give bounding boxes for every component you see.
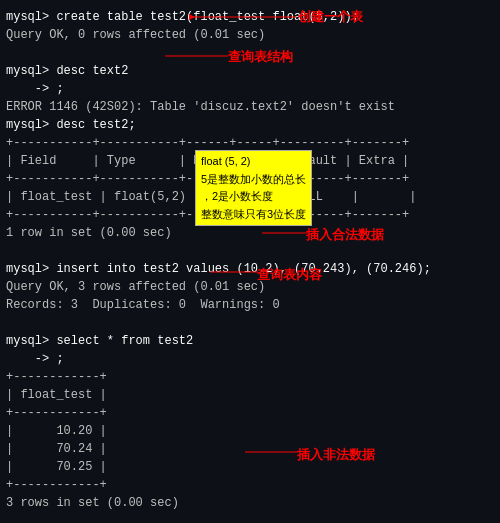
float-box-line2: 5是整数加小数的总长: [201, 171, 306, 189]
line-13: mysql> insert into test2 values (10.2), …: [6, 260, 494, 278]
line-blank2: [6, 242, 494, 260]
line-5: ERROR 1146 (42S02): Table 'discuz.text2'…: [6, 98, 494, 116]
line-blank4: [6, 512, 494, 523]
line-19: | float_test |: [6, 386, 494, 404]
annotation-desc: 查询表结构: [228, 48, 293, 66]
annotation-insert-invalid: 插入非法数据: [297, 446, 375, 464]
line-12: 1 row in set (0.00 sec): [6, 224, 494, 242]
line-1: mysql> create table test2(float_test flo…: [6, 8, 494, 26]
line-14: Query OK, 3 rows affected (0.01 sec): [6, 278, 494, 296]
line-23: | 70.25 |: [6, 458, 494, 476]
line-25: 3 rows in set (0.00 sec): [6, 494, 494, 512]
line-18: +------------+: [6, 368, 494, 386]
annotation-create-table: 创建一个表: [298, 8, 363, 26]
line-blank3: [6, 314, 494, 332]
float-box-line3: ，2是小数长度: [201, 188, 306, 206]
float-box-line1: float (5, 2): [201, 153, 306, 171]
annotation-select: 查询表内容: [257, 266, 322, 284]
line-17: -> ;: [6, 350, 494, 368]
line-22: | 70.24 |: [6, 440, 494, 458]
line-6: mysql> desc test2;: [6, 116, 494, 134]
terminal: mysql> create table test2(float_test flo…: [0, 0, 500, 523]
terminal-content: mysql> create table test2(float_test flo…: [6, 8, 494, 523]
line-15: Records: 3 Duplicates: 0 Warnings: 0: [6, 296, 494, 314]
line-16: mysql> select * from test2: [6, 332, 494, 350]
line-20: +------------+: [6, 404, 494, 422]
line-4: -> ;: [6, 80, 494, 98]
float-annotation-box: float (5, 2) 5是整数加小数的总长 ，2是小数长度 整数意味只有3位…: [195, 150, 312, 226]
float-box-line4: 整数意味只有3位长度: [201, 206, 306, 224]
annotation-insert-valid: 插入合法数据: [306, 226, 384, 244]
line-2: Query OK, 0 rows affected (0.01 sec): [6, 26, 494, 44]
line-24: +------------+: [6, 476, 494, 494]
line-21: | 10.20 |: [6, 422, 494, 440]
